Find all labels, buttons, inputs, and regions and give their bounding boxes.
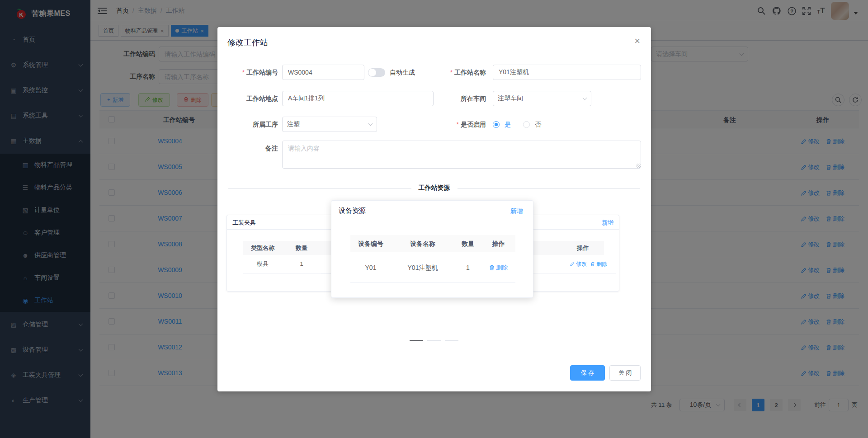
textarea-resize-handle[interactable] <box>636 164 641 168</box>
device-resource-card: 设备资源 新增 设备编号 设备名称 数量 操作 Y01 Y01注塑机 1 删除 <box>331 200 533 298</box>
device-row-code: Y01 <box>350 252 391 283</box>
right-delete-link[interactable]: 删除 <box>590 255 607 273</box>
right-col-actions: 操作 <box>561 241 604 255</box>
ws-code-input[interactable] <box>282 65 364 80</box>
edit-workstation-dialog: 修改工作站 × 工作站编号 自动生成 工作站名称 工作站地点 所在车间 注塑车间… <box>217 27 651 391</box>
autogen-label: 自动生成 <box>390 65 415 80</box>
device-row-name: Y01注塑机 <box>391 252 454 283</box>
device-row-qty: 1 <box>454 252 481 283</box>
device-col-actions: 操作 <box>481 235 515 252</box>
radio-no[interactable]: 否 <box>523 117 541 132</box>
autogen-toggle[interactable] <box>368 68 385 77</box>
radio-on-icon <box>493 121 500 128</box>
fixture-row-qty: 1 <box>282 255 321 273</box>
ws-workshop-label: 所在车间 <box>432 91 486 106</box>
carousel-indicator-3[interactable] <box>445 340 458 341</box>
close-icon[interactable]: × <box>634 36 640 46</box>
device-card-title: 设备资源 <box>339 207 366 215</box>
ws-remark-textarea[interactable] <box>282 141 641 169</box>
ws-code-label: 工作站编号 <box>224 65 278 80</box>
device-col-code: 设备编号 <box>350 235 391 252</box>
chevron-down-icon <box>583 96 587 100</box>
carousel-indicator-2[interactable] <box>427 340 441 341</box>
fixture-col-qty: 数量 <box>282 241 321 255</box>
dialog-title: 修改工作站 <box>227 37 268 48</box>
fixture-card-title: 工装夹具 <box>232 219 256 227</box>
fixture-col-type: 类型名称 <box>243 241 282 255</box>
device-col-qty: 数量 <box>454 235 481 252</box>
section-title: 工作站资源 <box>411 184 458 192</box>
ws-location-label: 工作站地点 <box>224 91 278 106</box>
carousel-indicator-1[interactable] <box>410 340 423 341</box>
ws-remark-label: 备注 <box>224 141 278 156</box>
ws-process-label: 所属工序 <box>224 117 278 132</box>
device-add-link[interactable]: 新增 <box>510 207 523 216</box>
ws-name-input[interactable] <box>493 65 641 80</box>
device-delete-link[interactable]: 删除 <box>489 252 508 283</box>
device-col-name: 设备名称 <box>391 235 454 252</box>
ws-workshop-select[interactable]: 注塑车间 <box>493 91 591 106</box>
radio-off-icon <box>523 121 530 128</box>
dialog-close-button[interactable]: 关 闭 <box>609 365 641 381</box>
right-card-add-link[interactable]: 新增 <box>602 219 613 227</box>
ws-process-select[interactable]: 注塑 <box>282 117 377 132</box>
chevron-down-icon <box>368 122 373 126</box>
fixture-row-type: 模具 <box>243 255 282 273</box>
radio-yes[interactable]: 是 <box>493 117 511 132</box>
ws-location-input[interactable] <box>282 91 434 106</box>
ws-enabled-label: 是否启用 <box>432 117 486 132</box>
right-edit-link[interactable]: 修改 <box>570 255 587 273</box>
ws-name-label: 工作站名称 <box>432 65 486 80</box>
save-button[interactable]: 保 存 <box>570 365 605 381</box>
